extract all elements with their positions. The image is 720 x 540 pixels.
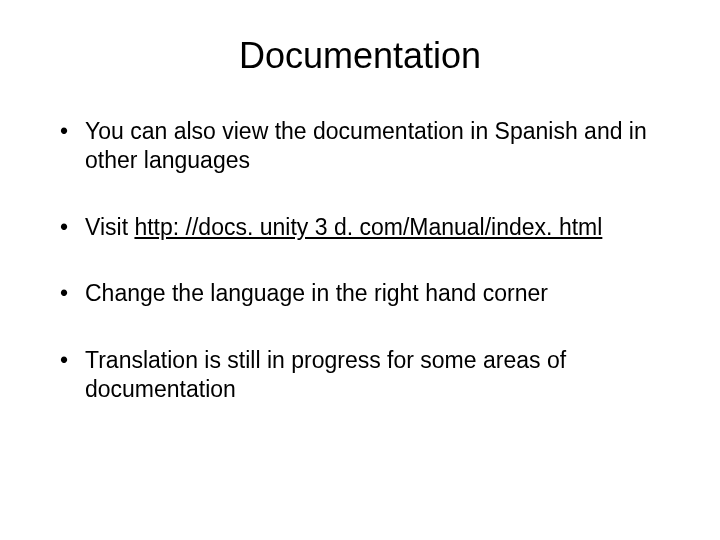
bullet-item: You can also view the documentation in S… bbox=[60, 117, 670, 175]
bullet-item: Change the language in the right hand co… bbox=[60, 279, 670, 308]
bullet-prefix: Visit bbox=[85, 214, 134, 240]
bullet-item: Visit http: //docs. unity 3 d. com/Manua… bbox=[60, 213, 670, 242]
bullet-text: You can also view the documentation in S… bbox=[85, 118, 647, 173]
bullet-text: Translation is still in progress for som… bbox=[85, 347, 566, 402]
documentation-link[interactable]: http: //docs. unity 3 d. com/Manual/inde… bbox=[134, 214, 602, 240]
bullet-list: You can also view the documentation in S… bbox=[50, 117, 670, 404]
bullet-item: Translation is still in progress for som… bbox=[60, 346, 670, 404]
slide-title: Documentation bbox=[50, 35, 670, 77]
bullet-text: Change the language in the right hand co… bbox=[85, 280, 548, 306]
